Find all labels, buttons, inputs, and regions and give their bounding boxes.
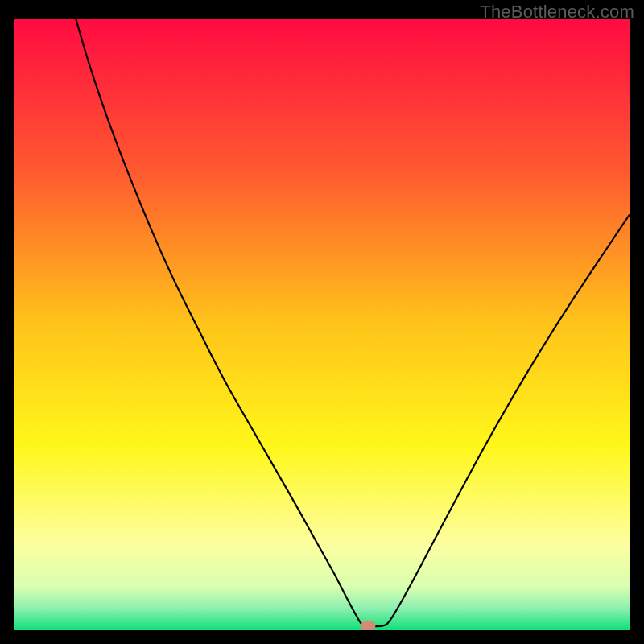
chart-frame: TheBottleneck.com [0, 0, 644, 644]
watermark-text: TheBottleneck.com [480, 2, 634, 23]
background-gradient [14, 19, 630, 630]
chart-svg [14, 19, 630, 630]
plot-area [14, 19, 630, 630]
